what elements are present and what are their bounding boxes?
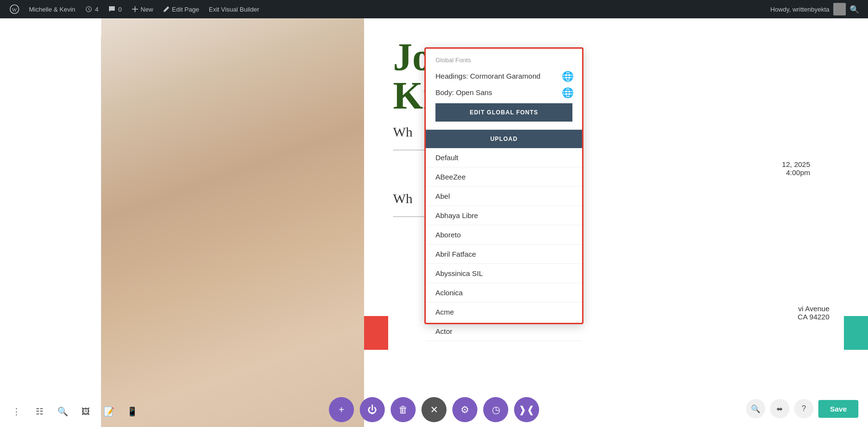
font-list-section: UPLOAD DefaultABeeZeeAbelAbhaya LibreAbo… [426,130,582,323]
font-list-item[interactable]: Actor [426,322,582,341]
admin-bar: W Michelle & Kevin 4 0 New Edit Page Exi… [0,0,868,18]
edit-page-link[interactable]: Edit Page [158,0,204,18]
left-sidebar [0,37,101,427]
canvas: Jo Kr Wh 12, 2025 4:00pm Wh vi Avenue CA… [0,18,868,427]
layout-icon[interactable]: ☷ [33,405,46,418]
wp-logo[interactable]: W [5,0,24,18]
body-font-label: Body: Open Sans [435,88,492,96]
hand-image-placeholder [101,18,364,427]
address-line2: CA 94220 [798,313,829,321]
font-list-item[interactable]: Aboreto [426,225,582,245]
headings-globe-icon[interactable]: 🌐 [562,70,572,81]
svg-text:W: W [12,7,17,13]
desktop-icon[interactable]: 🖼 [79,405,93,418]
new-content-button[interactable]: New [127,0,158,18]
global-fonts-title: Global Fonts [435,56,572,64]
body-font-row: Body: Open Sans 🌐 [435,87,572,97]
toolbar-left: ⋮ ☷ 🔍 🖼 📝 📱 [10,405,139,418]
comments-link[interactable]: 0 [103,0,126,18]
font-list-item[interactable]: Aclonica [426,283,582,303]
site-name[interactable]: Michelle & Kevin [24,0,80,18]
gear-button[interactable]: ⚙ [452,397,477,422]
toolbar-center: + ⏻ 🗑 ✕ ⚙ ◷ ❱❰ [329,397,539,422]
howdy-text: Howdy, writtenbyekta [766,6,833,13]
red-accent-block [364,316,388,350]
body-globe-icon[interactable]: 🌐 [562,87,572,97]
address-block: vi Avenue CA 94220 [798,304,829,321]
revisions-link[interactable]: 4 [80,0,103,18]
edit-global-fonts-button[interactable]: EDIT GLOBAL FONTS [435,103,572,122]
close-button[interactable]: ✕ [421,397,447,422]
font-list-item[interactable]: Abel [426,187,582,206]
headings-font-label: Headings: Cormorant Garamond [435,72,541,80]
help-icon[interactable]: ? [794,399,814,418]
toolbar-right: 🔍 ⬌ ? Save [746,399,858,418]
avatar[interactable] [833,3,846,15]
font-list-item[interactable]: Abril Fatface [426,245,582,264]
address-line1: vi Avenue [798,304,829,313]
font-list-item[interactable]: Abhaya Libre [426,206,582,225]
font-list: DefaultABeeZeeAbelAbhaya LibreAboretoAbr… [426,148,582,341]
sliders-button[interactable]: ❱❰ [514,397,539,422]
search-toolbar-icon[interactable]: 🔍 [746,399,765,418]
delete-button[interactable]: 🗑 [391,397,416,422]
font-list-item[interactable]: Default [426,148,582,167]
teal-accent-block [844,316,868,350]
history-button[interactable]: ◷ [483,397,508,422]
font-list-item[interactable]: ABeeZee [426,167,582,187]
headings-font-row: Headings: Cormorant Garamond 🌐 [435,70,572,81]
upload-button[interactable]: UPLOAD [426,130,582,148]
admin-search-icon[interactable]: 🔍 [846,5,863,14]
power-button[interactable]: ⏻ [360,397,385,422]
search-icon[interactable]: 🔍 [56,405,69,418]
font-panel: Global Fonts Headings: Cormorant Garamon… [424,47,583,324]
settings-icon[interactable]: ⋮ [10,405,23,418]
layers-icon[interactable]: ⬌ [770,399,789,418]
font-list-item[interactable]: Abyssinica SIL [426,264,582,283]
font-list-item[interactable]: Acme [426,303,582,322]
tablet-icon[interactable]: 📝 [102,405,116,418]
mobile-icon[interactable]: 📱 [125,405,139,418]
save-button[interactable]: Save [818,400,858,418]
add-module-button[interactable]: + [329,397,354,422]
hero-image [101,18,364,427]
exit-builder-link[interactable]: Exit Visual Builder [204,0,264,18]
global-fonts-section: Global Fonts Headings: Cormorant Garamon… [426,49,582,130]
